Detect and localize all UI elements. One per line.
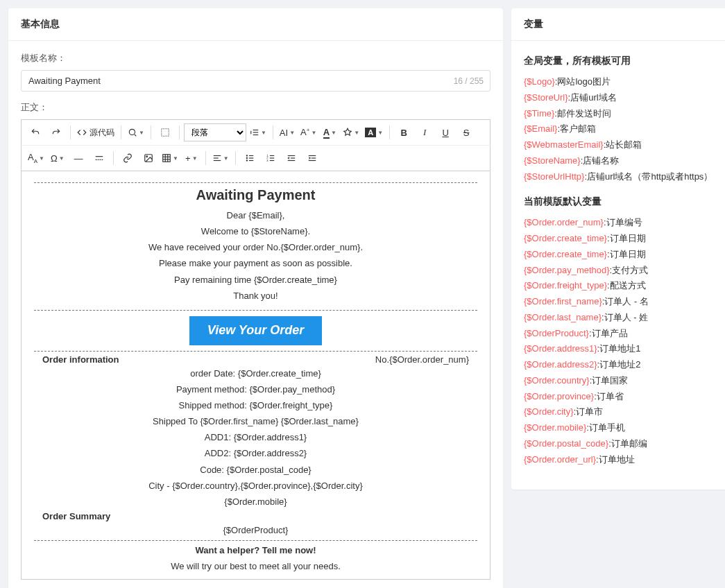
editor-line: ADD2: {$Order.address2}: [34, 447, 477, 460]
panel-title: 基本信息: [8, 8, 503, 41]
undo-icon[interactable]: [26, 123, 45, 142]
svg-point-19: [246, 160, 247, 161]
underline-button[interactable]: U: [436, 123, 455, 142]
editor-line: Pay remaining time {$Order.create_time}: [34, 273, 477, 287]
svg-rect-1: [162, 129, 169, 137]
indent-icon[interactable]: [302, 148, 322, 168]
variable-item[interactable]: {$StoreUrlHttp}:店铺url域名（带http或者https）: [524, 169, 721, 185]
variable-item[interactable]: {$Time}:邮件发送时间: [524, 106, 721, 122]
editor-line: ADD1: {$Order.address1}: [34, 431, 477, 444]
insert-button[interactable]: +▼: [182, 148, 201, 168]
variable-item[interactable]: {$Order.order_num}:订单编号: [524, 215, 721, 231]
table-icon[interactable]: ▼: [160, 148, 180, 168]
variable-item[interactable]: {$Email}:客户邮箱: [524, 121, 721, 137]
line-height-icon[interactable]: ▼: [248, 123, 268, 142]
align-button[interactable]: ▼: [210, 148, 231, 168]
variable-item[interactable]: {$Order.create_time}:订单日期: [524, 247, 721, 263]
variables-panel: 变量 全局变量，所有模板可用 {$Logo}:网站logo图片{$StoreUr…: [511, 8, 725, 490]
svg-point-0: [129, 129, 135, 135]
bullet-list-icon[interactable]: [240, 148, 259, 168]
view-order-button[interactable]: View Your Order: [189, 316, 322, 345]
highlight-button[interactable]: ▼: [341, 123, 361, 142]
variable-item[interactable]: {$Order.province}:订单省: [524, 389, 721, 405]
editor-line: Welcome to {$StoreName}.: [34, 225, 477, 239]
source-code-button[interactable]: 源代码: [75, 123, 117, 142]
template-name-label: 模板名称：: [21, 52, 491, 64]
order-summary-label: Order Summary: [42, 511, 110, 521]
variable-item[interactable]: {$Order.postal_code}:订单邮编: [524, 436, 721, 452]
editor-line: Shipped method: {$Order.freight_type}: [34, 399, 477, 413]
variable-item[interactable]: {$Order.first_name}:订单人 - 名: [524, 294, 721, 310]
variable-item[interactable]: {$Logo}:网站logo图片: [524, 74, 721, 90]
variable-item[interactable]: {$StoreUrl}:店铺url域名: [524, 90, 721, 106]
order-info-label: Order information: [42, 354, 119, 365]
editor-line: If any problems or suggestions, please l…: [34, 576, 477, 580]
variable-item[interactable]: {$Order.freight_type}:配送方式: [524, 278, 721, 294]
editor-line: City - {$Order.country},{$Order.province…: [34, 479, 477, 493]
strike-button[interactable]: S: [457, 123, 476, 142]
variables-title: 变量: [511, 8, 725, 41]
hr-button[interactable]: —: [69, 148, 88, 168]
variable-item[interactable]: {$Order.city}:订单市: [524, 404, 721, 420]
global-vars-title: 全局变量，所有模板可用: [524, 55, 721, 67]
svg-point-17: [246, 155, 247, 156]
svg-point-18: [246, 157, 247, 158]
ai-button[interactable]: AI▼: [278, 123, 297, 142]
select-all-icon[interactable]: [155, 123, 175, 142]
editor-line: Please make your payment as soon as poss…: [34, 257, 477, 270]
variable-item[interactable]: {$Order.pay_method}:支付方式: [524, 263, 721, 279]
template-vars-title: 当前模版默认变量: [524, 196, 721, 208]
helper-title: Want a helper? Tell me now!: [195, 545, 316, 555]
variable-item[interactable]: {$Order.address1}:订单地址1: [524, 341, 721, 357]
font-color-button[interactable]: A▼: [320, 123, 339, 142]
template-name-input[interactable]: [21, 70, 491, 92]
find-replace-icon[interactable]: ▼: [126, 123, 146, 142]
editor-line: We have received your order No.{$Order.o…: [34, 241, 477, 254]
italic-button[interactable]: I: [415, 123, 434, 142]
svg-rect-9: [163, 155, 171, 162]
variable-item[interactable]: {$Order.order_url}:订单地址: [524, 452, 721, 468]
editor-line: {$Order.mobile}: [34, 495, 477, 509]
order-no: No.{$Order.order_num}: [375, 354, 469, 365]
variable-item[interactable]: {$Order.last_name}:订单人 - 姓: [524, 310, 721, 326]
number-list-icon[interactable]: 123: [261, 148, 280, 168]
basic-info-panel: 基本信息 模板名称： 16 / 255 正文： 源代码 ▼ 段落 ▼: [8, 8, 503, 588]
redo-icon[interactable]: [46, 123, 66, 142]
link-icon[interactable]: [118, 148, 137, 168]
variable-item[interactable]: {$StoreName}:店铺名称: [524, 153, 721, 169]
bold-button[interactable]: B: [394, 123, 413, 142]
image-icon[interactable]: [139, 148, 158, 168]
variable-item[interactable]: {$Order.create_time}:订单日期: [524, 231, 721, 247]
font-family-button[interactable]: AA▼: [26, 148, 46, 168]
svg-point-8: [146, 156, 148, 157]
pagebreak-icon[interactable]: [89, 148, 109, 168]
editor-toolbar: 源代码 ▼ 段落 ▼ AI▼ A+▼ A▼ ▼ A▼ B I U S: [21, 119, 491, 145]
variable-item[interactable]: {$Order.country}:订单国家: [524, 373, 721, 389]
special-char-button[interactable]: Ω▼: [48, 148, 67, 168]
variable-item[interactable]: {$Order.mobile}:订单手机: [524, 420, 721, 436]
font-size-button[interactable]: A+▼: [298, 123, 318, 142]
body-label: 正文：: [21, 101, 491, 114]
paragraph-select[interactable]: 段落: [184, 123, 246, 141]
outdent-icon[interactable]: [282, 148, 301, 168]
editor-line: Code: {$Order.postal_code}: [34, 463, 477, 477]
bg-color-button[interactable]: A▼: [363, 123, 385, 142]
editor-line: Shipped To {$Order.first_name} {$Order.l…: [34, 415, 477, 429]
email-title: Awaiting Payment: [34, 187, 477, 203]
editor-line: order Date: {$Order.create_time}: [34, 367, 477, 381]
editor-line: Payment method: {$Order.pay_method}: [34, 383, 477, 397]
variable-item[interactable]: {$Order.address2}:订单地址2: [524, 357, 721, 373]
editor-line: Dear {$Email},: [34, 209, 477, 223]
editor-line: {$OrderProduct}: [34, 524, 477, 537]
editor-content[interactable]: Awaiting Payment Dear {$Email}, Welcome …: [21, 171, 491, 580]
editor-toolbar-row2: AA▼ Ω▼ — ▼ +▼ ▼ 123: [21, 145, 491, 171]
char-count: 16 / 255: [454, 76, 484, 86]
editor-line: We will try our best to meet all your ne…: [34, 560, 477, 573]
svg-text:3: 3: [266, 159, 268, 162]
editor-line: Thank you!: [34, 289, 477, 303]
variable-item[interactable]: {$WebmasterEmail}:站长邮箱: [524, 137, 721, 153]
variable-item[interactable]: {$OrderProduct}:订单产品: [524, 326, 721, 342]
